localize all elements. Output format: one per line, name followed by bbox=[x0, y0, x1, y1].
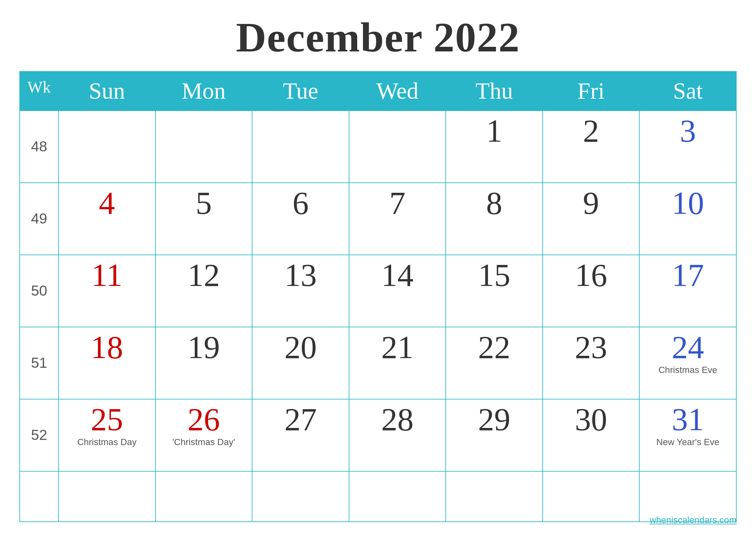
day-number: 24 bbox=[643, 331, 732, 364]
empty-cell bbox=[639, 471, 736, 522]
day-number: 8 bbox=[450, 187, 538, 219]
day-cell: 28 bbox=[349, 399, 446, 471]
empty-cell bbox=[446, 471, 543, 522]
day-cell: 18 bbox=[59, 327, 155, 399]
day-cell: 11 bbox=[59, 255, 155, 327]
day-number: 10 bbox=[643, 187, 732, 219]
day-number: 30 bbox=[547, 403, 635, 436]
day-cell: 16 bbox=[543, 255, 640, 327]
day-number: 15 bbox=[450, 259, 538, 292]
day-cell: 30 bbox=[543, 399, 640, 471]
day-number: 9 bbox=[547, 187, 635, 219]
day-cell: 7 bbox=[349, 183, 446, 255]
day-cell: 9 bbox=[543, 183, 640, 255]
day-cell: 2 bbox=[543, 111, 640, 183]
col-header-mon: Mon bbox=[155, 71, 253, 111]
table-row: 5011121314151617 bbox=[20, 255, 736, 327]
day-number: 21 bbox=[353, 331, 442, 364]
day-cell: 21 bbox=[349, 327, 446, 399]
table-row: 5118192021222324Christmas Eve bbox=[20, 327, 736, 399]
day-cell: 12 bbox=[155, 255, 253, 327]
day-cell: 8 bbox=[446, 183, 543, 255]
day-cell: 10 bbox=[639, 183, 736, 255]
empty-cell bbox=[155, 471, 253, 522]
col-header-thu: Thu bbox=[446, 71, 543, 111]
day-number: 4 bbox=[63, 187, 151, 219]
day-number: 29 bbox=[450, 403, 538, 436]
week-number: 49 bbox=[20, 183, 59, 255]
calendar-page: December 2022 Wk Sun Mon Tue Wed Thu Fri… bbox=[0, 0, 756, 535]
day-cell: 25Christmas Day bbox=[59, 399, 155, 471]
col-header-wed: Wed bbox=[349, 71, 446, 111]
day-number: 23 bbox=[547, 331, 635, 364]
day-number: 18 bbox=[63, 331, 151, 364]
day-cell bbox=[59, 111, 155, 183]
col-header-sat: Sat bbox=[639, 71, 736, 111]
week-number: 50 bbox=[20, 255, 59, 327]
day-cell: 3 bbox=[639, 111, 736, 183]
week-number: 51 bbox=[20, 327, 59, 399]
day-note: Christmas Eve bbox=[643, 365, 732, 375]
day-number: 3 bbox=[643, 115, 732, 147]
col-header-wk: Wk bbox=[20, 71, 59, 111]
day-number: 31 bbox=[643, 403, 732, 436]
day-number: 2 bbox=[547, 115, 635, 147]
day-note: New Year's Eve bbox=[643, 437, 732, 447]
col-header-sun: Sun bbox=[59, 71, 155, 111]
day-number: 28 bbox=[353, 403, 442, 436]
header-row: Wk Sun Mon Tue Wed Thu Fri Sat bbox=[20, 71, 736, 111]
day-cell: 27 bbox=[252, 399, 349, 471]
day-number: 6 bbox=[256, 187, 345, 219]
day-number: 13 bbox=[256, 259, 345, 292]
day-number: 27 bbox=[256, 403, 345, 436]
day-cell: 26'Christmas Day' bbox=[155, 399, 253, 471]
day-cell: 20 bbox=[252, 327, 349, 399]
table-row: 5225Christmas Day26'Christmas Day'272829… bbox=[20, 399, 736, 471]
day-cell bbox=[155, 111, 253, 183]
watermark[interactable]: wheniscalendars.com bbox=[650, 515, 737, 525]
day-number: 26 bbox=[160, 403, 248, 436]
empty-cell bbox=[59, 471, 155, 522]
day-cell: 31New Year's Eve bbox=[639, 399, 736, 471]
empty-cell bbox=[349, 471, 446, 522]
day-cell: 23 bbox=[543, 327, 640, 399]
day-cell: 1 bbox=[446, 111, 543, 183]
day-number: 20 bbox=[256, 331, 345, 364]
day-number: 12 bbox=[160, 259, 248, 292]
week-number: 52 bbox=[20, 399, 59, 471]
day-cell: 13 bbox=[252, 255, 349, 327]
day-cell: 5 bbox=[155, 183, 253, 255]
empty-row bbox=[20, 471, 736, 522]
day-number: 11 bbox=[63, 259, 151, 292]
day-cell: 22 bbox=[446, 327, 543, 399]
day-number: 25 bbox=[63, 403, 151, 436]
day-number: 1 bbox=[450, 115, 538, 147]
day-cell: 17 bbox=[639, 255, 736, 327]
day-cell: 15 bbox=[446, 255, 543, 327]
day-number: 7 bbox=[353, 187, 442, 219]
day-cell: 4 bbox=[59, 183, 155, 255]
day-cell: 6 bbox=[252, 183, 349, 255]
day-number: 22 bbox=[450, 331, 538, 364]
col-header-tue: Tue bbox=[252, 71, 349, 111]
week-number: 48 bbox=[20, 111, 59, 183]
table-row: 4945678910 bbox=[20, 183, 736, 255]
table-row: 48123 bbox=[20, 111, 736, 183]
page-title: December 2022 bbox=[236, 13, 520, 62]
day-note: 'Christmas Day' bbox=[160, 437, 248, 447]
day-cell: 29 bbox=[446, 399, 543, 471]
day-number: 19 bbox=[160, 331, 248, 364]
day-cell bbox=[252, 111, 349, 183]
empty-cell bbox=[20, 471, 59, 522]
empty-cell bbox=[543, 471, 640, 522]
day-number: 5 bbox=[160, 187, 248, 219]
day-cell bbox=[349, 111, 446, 183]
col-header-fri: Fri bbox=[543, 71, 640, 111]
day-cell: 24Christmas Eve bbox=[639, 327, 736, 399]
day-note: Christmas Day bbox=[63, 437, 151, 447]
empty-cell bbox=[252, 471, 349, 522]
calendar-table: Wk Sun Mon Tue Wed Thu Fri Sat 481234945… bbox=[19, 71, 737, 522]
day-cell: 14 bbox=[349, 255, 446, 327]
day-cell: 19 bbox=[155, 327, 253, 399]
day-number: 14 bbox=[353, 259, 442, 292]
